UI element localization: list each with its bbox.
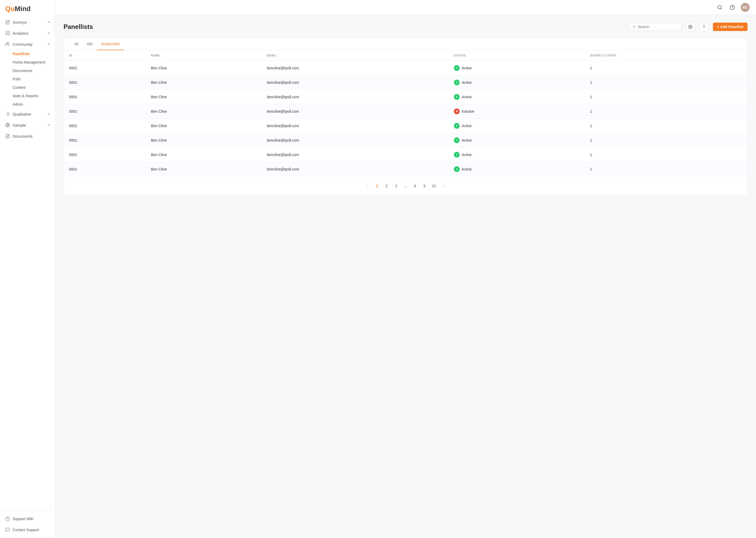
people-icon [5,42,10,46]
sidebar-item-polls[interactable]: Polls [13,75,55,83]
sidebar-item-sample[interactable]: Sample ▾ [0,120,55,131]
cell-id: 0001 [64,148,146,162]
status-label: Active [462,153,472,157]
filter-button[interactable] [699,22,709,31]
table-row[interactable]: 0001 Ben Cline bencline@tpoll.com ✕ Inac… [64,104,747,119]
sidebar-item-points-management[interactable]: Points Management [13,58,55,67]
sidebar-item-community[interactable]: Community ▾ [0,39,55,50]
tab-suspended[interactable]: Suspended [97,38,124,50]
next-page-button[interactable]: › [439,182,448,190]
col-name: NAME [146,50,262,61]
table-row[interactable]: 0001 Ben Cline bencline@tpoll.com ✓ Acti… [64,61,747,76]
panellists-table: ID NAME EMAIL STATUS SUSPECT COUNT 0001 … [64,50,747,177]
pagination: ‹ 1 2 3 ... 8 9 10 › [64,177,747,195]
cell-id: 0001 [64,90,146,104]
status-label: Active [462,138,472,142]
search-box-icon [632,25,636,28]
list-icon [5,112,10,116]
col-id: ID [64,50,146,61]
table-row[interactable]: 0001 Ben Cline bencline@tpoll.com ✓ Acti… [64,119,747,133]
table-row[interactable]: 0001 Ben Cline bencline@tpoll.com ✓ Acti… [64,133,747,148]
globe-icon [5,123,10,128]
search-icon[interactable] [716,3,724,12]
cell-status: ✓ Active [449,61,585,76]
table-row[interactable]: 0001 Ben Cline bencline@tpoll.com ✓ Acti… [64,90,747,104]
cell-email: bencline@tpoll.com [262,104,449,119]
status-dot: ✓ [454,94,460,100]
status-dot: ✓ [454,137,460,143]
add-panellist-button[interactable]: + Add Panellist [713,23,748,31]
cell-status: ✓ Active [449,90,585,104]
cell-email: bencline@tpoll.com [262,162,449,177]
cell-suspect-count: 1 [585,76,747,90]
status-label: Active [462,167,472,171]
status-dot: ✓ [454,65,460,71]
table-header: ID NAME EMAIL STATUS SUSPECT COUNT [64,50,747,61]
cell-status: ✓ Active [449,162,585,177]
sidebar-item-qualitative[interactable]: Qualitative ▾ [0,108,55,120]
col-email: EMAIL [262,50,449,61]
cell-id: 0001 [64,104,146,119]
sidebar-item-surveys[interactable]: Surveys ▾ [0,17,55,27]
status-label: Active [462,124,472,128]
cell-name: Ben Cline [146,61,262,76]
page-1-button[interactable]: 1 [373,182,381,190]
cell-email: bencline@tpoll.com [262,90,449,104]
chevron-down-icon: ▾ [48,112,50,116]
panellists-table-card: All Idle Suspended ID NAME EMAIL STATUS … [64,38,748,196]
table-row[interactable]: 0001 Ben Cline bencline@tpoll.com ✓ Acti… [64,76,747,90]
cell-name: Ben Cline [146,104,262,119]
pencil-icon [5,20,10,25]
svg-line-15 [721,8,722,9]
sidebar-item-contact-support[interactable]: Contact Support [0,524,55,535]
cell-suspect-count: 1 [585,133,747,148]
cell-suspect-count: 1 [585,104,747,119]
cell-email: bencline@tpoll.com [262,61,449,76]
sidebar-item-panellists[interactable]: Panellists [13,50,55,58]
status-dot: ✓ [454,80,460,85]
community-subnav: Panellists Points Management Discussions… [0,50,55,108]
table-row[interactable]: 0001 Ben Cline bencline@tpoll.com ✓ Acti… [64,162,747,177]
table-row[interactable]: 0001 Ben Cline bencline@tpoll.com ✓ Acti… [64,148,747,162]
page-8-button[interactable]: 8 [411,182,419,190]
cell-name: Ben Cline [146,119,262,133]
chevron-down-icon: ▾ [48,42,50,46]
page-2-button[interactable]: 2 [382,182,391,190]
cell-email: bencline@tpoll.com [262,119,449,133]
search-box[interactable] [629,23,682,31]
sidebar-item-analytics[interactable]: Analytics ▾ [0,27,55,39]
tab-all[interactable]: All [70,38,83,50]
page-header: Panellists + Add Panellist [64,22,748,31]
cell-name: Ben Cline [146,148,262,162]
prev-page-button[interactable]: ‹ [363,182,372,190]
sidebar-item-community-label: Community [13,42,45,46]
sidebar-bottom: Support Wiki Contact Support [0,511,55,538]
tab-idle[interactable]: Idle [83,38,97,50]
help-icon[interactable] [728,3,736,12]
chat-icon [5,527,10,532]
cell-suspect-count: 1 [585,162,747,177]
page-10-button[interactable]: 10 [430,182,438,190]
sidebar-item-discussions[interactable]: Discussions [13,67,55,75]
sidebar-item-admin[interactable]: Admin [13,100,55,108]
cell-name: Ben Cline [146,162,262,177]
logo: QuMind [0,0,55,17]
status-label: Active [462,81,472,84]
cell-name: Ben Cline [146,133,262,148]
avatar[interactable]: BC [741,3,750,12]
sidebar-item-content[interactable]: Content [13,83,55,92]
page-9-button[interactable]: 9 [420,182,429,190]
search-input[interactable] [638,25,678,29]
content-area: Panellists + Add Panellist All Idle Susp… [55,15,756,538]
status-dot: ✓ [454,152,460,158]
chart-icon [5,31,10,35]
logo-qu: Qu [5,5,15,13]
settings-button[interactable] [685,22,695,31]
svg-point-18 [633,26,635,27]
sidebar-item-documents[interactable]: Documents [0,131,55,141]
sidebar-item-support-wiki[interactable]: Support Wiki [0,513,55,524]
chevron-down-icon: ▾ [48,123,50,127]
page-3-button[interactable]: 3 [392,182,400,190]
sidebar-item-analytics-label: Analytics [13,31,45,35]
sidebar-item-stats-reports[interactable]: Stats & Reports [13,92,55,100]
